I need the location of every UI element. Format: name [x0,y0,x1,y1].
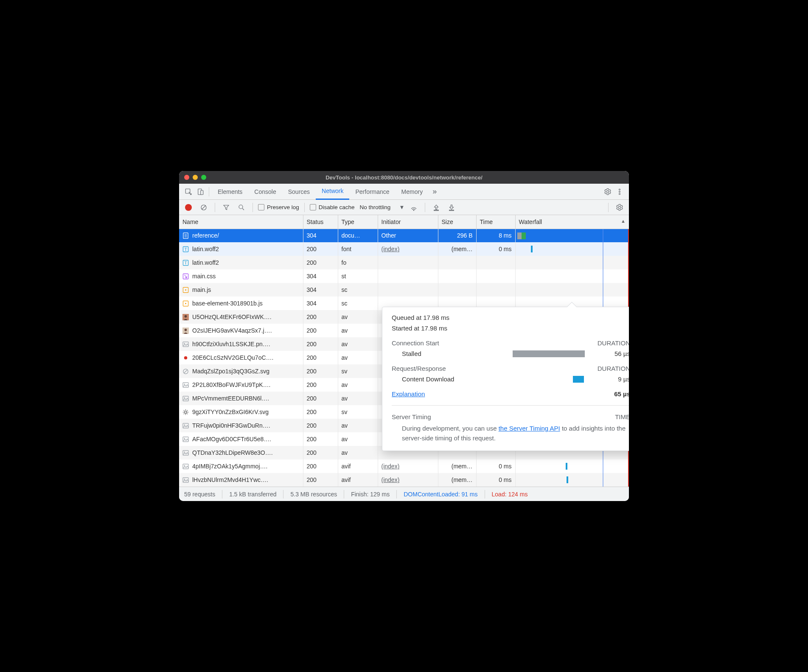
throttling-select[interactable]: No throttling ▼ [360,204,405,210]
request-type: av [338,419,378,432]
svg-point-31 [184,343,185,344]
request-time [476,269,515,283]
table-row[interactable]: lHvzbNUlrm2Mvd4H1Ywc….200avif(index)(mem… [179,473,629,487]
svg-point-58 [184,479,185,479]
col-time[interactable]: Time [476,215,515,229]
more-tabs-button[interactable]: » [429,186,440,198]
request-size: (mem… [438,473,476,487]
request-time [476,283,515,297]
tab-memory[interactable]: Memory [396,184,429,200]
svg-point-40 [185,411,187,413]
svg-point-56 [184,465,185,466]
load-marker [628,473,629,487]
tab-console[interactable]: Console [248,184,282,200]
device-toolbar-icon[interactable] [194,186,206,198]
request-name: h90CtfziXluvh1LSSKJE.pn…. [192,341,270,347]
col-type[interactable]: Type [338,215,378,229]
svg-point-23 [185,289,186,291]
network-settings-gear-icon[interactable] [614,202,626,213]
request-type: st [338,269,378,283]
svg-line-35 [184,370,188,373]
table-row[interactable]: Tlatin.woff2200font(index)(mem…0 ms [179,242,629,256]
table-row[interactable]: 4pIMBj7zOAk1y5Agmmoj….200avif(index)(mem… [179,459,629,473]
initiator-link[interactable]: (index) [382,476,400,483]
status-load: Load: 124 ms [492,491,528,498]
status-resources: 5.3 MB resources [290,491,337,498]
col-status[interactable]: Status [303,215,338,229]
file-type-icon [182,300,189,307]
col-initiator[interactable]: Initiator [378,215,438,229]
record-button[interactable] [182,202,194,213]
svg-point-29 [185,328,187,331]
tab-elements[interactable]: Elements [212,184,248,200]
file-type-icon [182,477,189,483]
stalled-row: Stalled 56 µs [392,350,629,357]
download-har-icon[interactable] [446,202,457,213]
dcl-marker [603,229,603,243]
svg-point-4 [619,191,620,192]
request-time: 0 ms [476,459,515,473]
table-row[interactable]: Tlatin.woff2200fo [179,256,629,269]
file-type-icon [182,341,189,347]
network-toolbar: Preserve log Disable cache No throttling… [179,200,629,215]
dcl-marker [603,256,603,269]
request-name: 4pIMBj7zOAk1y5Agmmoj…. [192,463,267,470]
disable-cache-checkbox[interactable]: Disable cache [310,204,355,210]
clear-button[interactable] [198,202,210,213]
svg-line-9 [242,208,244,210]
svg-point-50 [184,424,185,425]
kebab-menu-icon[interactable] [614,186,626,198]
request-status: 200 [303,324,338,337]
request-status: 200 [303,459,338,473]
explanation-link[interactable]: Explanation [392,390,425,398]
close-window-icon[interactable] [184,175,189,180]
initiator-link[interactable]: (index) [382,463,400,470]
dcl-marker [603,459,603,473]
request-time: 0 ms [476,242,515,256]
filter-icon[interactable] [220,202,232,213]
network-conditions-icon[interactable] [408,202,420,213]
settings-gear-icon[interactable] [602,186,614,198]
file-type-icon [182,395,189,402]
tab-sources[interactable]: Sources [282,184,316,200]
preserve-log-checkbox[interactable]: Preserve log [258,204,299,210]
svg-point-25 [185,303,186,304]
svg-text:T: T [185,261,187,265]
request-status: 200 [303,446,338,459]
waterfall-cell [515,283,629,297]
request-name: QTDnaY32hLDipeRW8e3O…. [192,449,273,456]
request-type: av [338,337,378,351]
file-type-icon [182,423,189,429]
search-icon[interactable] [236,202,247,213]
table-row[interactable]: main.css304st [179,269,629,283]
table-row[interactable]: reference/304docu…Other296 B8 ms [179,229,629,242]
waterfall-cell [515,473,629,487]
request-status: 200 [303,405,338,419]
initiator-link[interactable]: (index) [382,246,400,252]
server-timing-body: During development, you can use the Serv… [392,424,629,443]
col-size[interactable]: Size [438,215,476,229]
col-waterfall[interactable]: Waterfall▲ [515,215,629,229]
file-type-icon [182,273,189,280]
request-time [476,256,515,269]
tab-performance[interactable]: Performance [349,184,395,200]
tab-network[interactable]: Network [316,184,349,200]
svg-point-10 [414,210,415,211]
maximize-window-icon[interactable] [201,175,206,180]
request-initiator: (index) [378,242,438,256]
col-name[interactable]: Name [179,215,303,229]
upload-har-icon[interactable] [430,202,442,213]
load-marker [628,283,629,297]
status-bar: 59 requests 1.5 kB transferred 5.3 MB re… [179,487,629,501]
request-type: font [338,242,378,256]
request-name: MadqZslZpo1sj3qQ3GsZ.svg [192,368,269,375]
inspect-element-icon[interactable] [182,186,194,198]
file-type-icon: T [182,246,189,252]
minimize-window-icon[interactable] [193,175,198,180]
request-type: av [338,446,378,459]
dcl-marker [603,242,603,256]
table-row[interactable]: main.js304sc [179,283,629,297]
connection-start-header: Connection StartDURATION [392,339,629,347]
server-timing-api-link[interactable]: the Server Timing API [499,425,560,432]
status-requests: 59 requests [184,491,215,498]
